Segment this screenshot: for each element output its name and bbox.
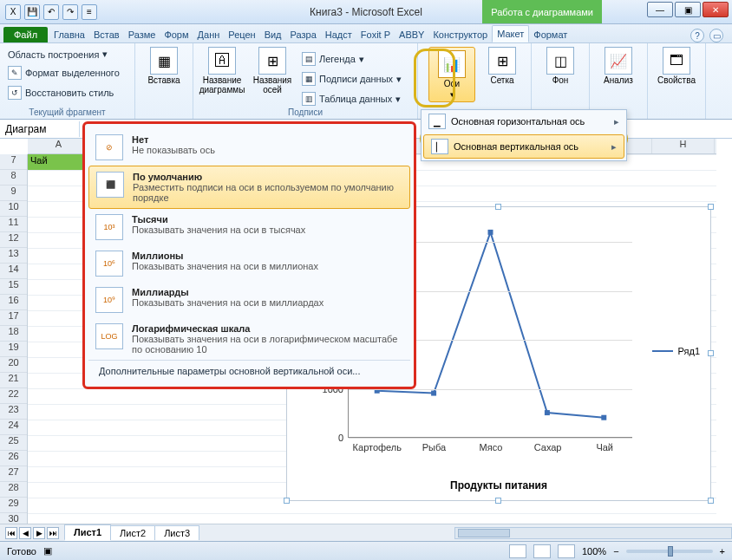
axis-thousands-icon: 10³: [95, 214, 123, 240]
axis-opt-log[interactable]: LOG Логарифмическая шкалаПоказывать знач…: [88, 318, 410, 360]
axis-opt-thousands[interactable]: 10³ ТысячиПоказывать значения на оси в т…: [88, 209, 410, 245]
sheet-nav-last[interactable]: ⏭: [47, 527, 59, 539]
axes-sub-vertical[interactable]: ▏ Основная вертикальная ось▸: [423, 134, 624, 159]
zoom-slider[interactable]: [626, 550, 713, 553]
minimize-button[interactable]: —: [647, 2, 673, 17]
view-page-layout[interactable]: [533, 544, 551, 558]
row-header[interactable]: 27: [0, 466, 27, 482]
sheet-tab-1[interactable]: Лист1: [64, 524, 111, 541]
sheet-tab-2[interactable]: Лист2: [110, 525, 155, 540]
axis-opt-more[interactable]: Дополнительные параметры основной вертик…: [88, 360, 410, 381]
row-header[interactable]: 18: [0, 326, 27, 342]
sheet-nav-prev[interactable]: ◀: [19, 527, 31, 539]
row-header[interactable]: 20: [0, 357, 27, 373]
sheet-nav-next[interactable]: ▶: [33, 527, 45, 539]
row-header[interactable]: 24: [0, 420, 27, 435]
tab-abby[interactable]: ABBY: [395, 27, 428, 42]
axes-button[interactable]: 📊Оси▾: [428, 47, 475, 102]
data-labels-button[interactable]: ▦Подписи данных ▾: [299, 70, 412, 88]
row-header[interactable]: 29: [0, 498, 27, 513]
tab-formulas[interactable]: Форм: [160, 27, 193, 42]
properties-button[interactable]: 🗔Свойства: [653, 47, 700, 86]
row-header[interactable]: 25: [0, 435, 27, 451]
axis-opt-default[interactable]: ⬛ По умолчаниюРазместить подписи на оси …: [88, 166, 410, 209]
zoom-level[interactable]: 100%: [582, 546, 606, 557]
row-header[interactable]: 21: [0, 373, 27, 388]
tab-foxit[interactable]: Foxit P: [356, 27, 395, 42]
chart-element-selector[interactable]: Область построения ▾: [5, 47, 129, 62]
chart-legend[interactable]: Ряд1: [652, 346, 700, 356]
ribbon-minimize-icon[interactable]: ▭: [709, 29, 723, 42]
tab-insert[interactable]: Встав: [89, 27, 124, 42]
row-header[interactable]: 12: [0, 232, 27, 248]
tab-layout[interactable]: Разме: [124, 27, 160, 42]
x-axis-title[interactable]: Продукты питания: [287, 479, 710, 492]
insert-button[interactable]: ▦Вставка: [141, 47, 187, 86]
redo-icon[interactable]: ↷: [62, 4, 78, 20]
axis-opt-billions[interactable]: 10⁹ МиллиардыПоказывать значения на оси …: [88, 282, 410, 318]
tab-design[interactable]: Конструктор: [428, 27, 492, 42]
tab-view[interactable]: Вид: [260, 27, 286, 42]
axis-titles-button[interactable]: ⊞Названия осей: [249, 47, 296, 107]
tab-review[interactable]: Рецен: [224, 27, 259, 42]
excel-icon[interactable]: X: [5, 4, 21, 20]
sheet-tab-3[interactable]: Лист3: [154, 525, 199, 540]
row-header[interactable]: 16: [0, 295, 27, 310]
tab-home[interactable]: Главна: [49, 27, 89, 42]
row-header[interactable]: 13: [0, 248, 27, 264]
format-selection-button[interactable]: ✎Формат выделенного: [5, 64, 129, 81]
zoom-in[interactable]: +: [720, 546, 725, 557]
view-page-break[interactable]: [558, 544, 575, 558]
row-header[interactable]: 10: [0, 201, 27, 217]
row-header[interactable]: 14: [0, 264, 27, 279]
row-header[interactable]: 8: [0, 170, 27, 186]
sheet-nav-first[interactable]: ⏮: [5, 527, 17, 539]
row-header[interactable]: 17: [0, 310, 27, 326]
help-icon[interactable]: ?: [690, 29, 704, 42]
undo-icon[interactable]: ↶: [43, 4, 59, 20]
row-header[interactable]: 22: [0, 388, 27, 404]
axes-sub-horizontal[interactable]: ▁ Основная горизонтальная ось▸: [422, 110, 626, 133]
axis-opt-none[interactable]: ⊘ НетНе показывать ось: [88, 129, 410, 166]
zoom-out[interactable]: −: [613, 546, 618, 557]
tab-chart-layout[interactable]: Макет: [492, 25, 529, 42]
legend-button[interactable]: ▤Легенда ▾: [299, 50, 412, 68]
macro-record-icon[interactable]: ▣: [43, 545, 52, 557]
reset-style-button[interactable]: ↺Восстановить стиль: [5, 84, 129, 101]
tab-addins[interactable]: Надст: [321, 27, 356, 42]
data-table-button[interactable]: ▥Таблица данных ▾: [299, 90, 412, 107]
view-normal[interactable]: [509, 544, 526, 558]
qat-more-icon[interactable]: ≡: [82, 4, 97, 20]
gridlines-icon: ⊞: [488, 47, 516, 75]
cell-a7[interactable]: Чай: [28, 154, 90, 170]
tab-chart-format[interactable]: Формат: [529, 27, 572, 42]
save-icon[interactable]: 💾: [24, 4, 40, 20]
horiz-axis-icon: ▁: [428, 114, 446, 129]
tab-file[interactable]: Файл: [3, 27, 48, 42]
axis-opt-millions[interactable]: 10⁶ МиллионыПоказывать значения на оси в…: [88, 245, 410, 282]
row-header[interactable]: 9: [0, 186, 27, 201]
x-tick: Мясо: [480, 437, 503, 453]
row-header[interactable]: 7: [0, 154, 27, 170]
gridlines-button[interactable]: ⊞Сетка: [479, 47, 526, 102]
tab-dev[interactable]: Разра: [286, 27, 321, 42]
row-header[interactable]: 15: [0, 279, 27, 295]
ribbon-tabs: Файл Главна Встав Разме Форм Данн Рецен …: [0, 24, 732, 43]
col-a[interactable]: A: [28, 139, 90, 153]
vertical-axis-menu: ⊘ НетНе показывать ось ⬛ По умолчаниюРаз…: [82, 121, 416, 389]
tab-data[interactable]: Данн: [193, 27, 225, 42]
row-header[interactable]: 28: [0, 482, 27, 498]
row-header[interactable]: 11: [0, 217, 27, 232]
maximize-button[interactable]: ▣: [675, 2, 701, 17]
chart-title-button[interactable]: 🄰Название диаграммы: [199, 47, 245, 107]
row-header[interactable]: 19: [0, 342, 27, 357]
row-header[interactable]: 23: [0, 404, 27, 420]
name-box[interactable]: Диаграм: [0, 121, 80, 137]
horizontal-scrollbar[interactable]: [454, 527, 732, 539]
x-tick: Картофель: [353, 437, 402, 453]
background-button[interactable]: ◫Фон: [537, 47, 584, 86]
analysis-button[interactable]: 📈Анализ: [595, 47, 642, 86]
close-button[interactable]: ✕: [703, 2, 729, 17]
row-header[interactable]: 26: [0, 451, 27, 466]
col-h[interactable]: H: [652, 139, 715, 153]
